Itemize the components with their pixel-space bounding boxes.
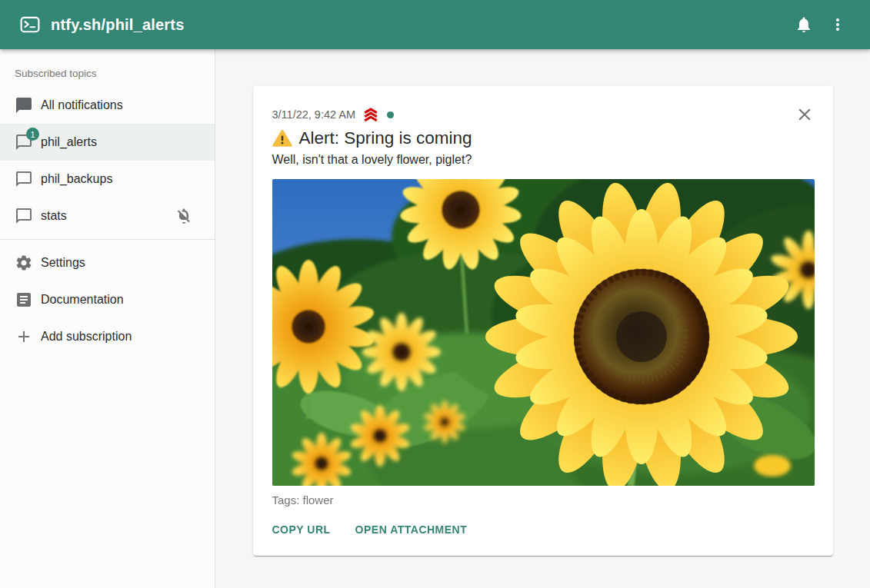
sidebar-divider (0, 239, 215, 240)
sidebar: Subscribed topics All notifications 1 ph… (0, 49, 215, 588)
chat-bubble-outline-icon: 1 (15, 133, 33, 151)
notifications-bell-button[interactable] (787, 8, 821, 42)
sidebar-item-label: Add subscription (41, 330, 202, 344)
bell-off-icon (175, 207, 193, 225)
app-bar: ntfy.sh/phil_alerts (0, 0, 870, 49)
notification-actions: COPY URL OPEN ATTACHMENT (266, 517, 814, 542)
sidebar-item-label: phil_alerts (41, 135, 202, 149)
notification-body: Well, isn't that a lovely flower, piglet… (272, 153, 814, 167)
ntfy-app-window: ntfy.sh/phil_alerts Subscribed topics Al… (0, 0, 870, 588)
sidebar-item-all-notifications[interactable]: All notifications (0, 87, 215, 124)
sidebar-item-add-subscription[interactable]: Add subscription (0, 318, 215, 355)
open-attachment-button[interactable]: OPEN ATTACHMENT (349, 517, 474, 542)
notification-title: Alert: Spring is coming (299, 128, 472, 148)
plus-icon (15, 327, 33, 346)
chat-bubble-filled-icon (15, 96, 33, 115)
ntfy-logo-terminal-icon (20, 15, 40, 35)
close-icon[interactable] (795, 105, 815, 125)
priority-max-icon (362, 106, 379, 123)
notification-meta: 3/11/22, 9:42 AM (272, 106, 814, 123)
article-icon (15, 291, 33, 309)
copy-url-button[interactable]: COPY URL (266, 517, 337, 542)
sidebar-item-documentation[interactable]: Documentation (0, 281, 215, 318)
tags-label: Tags: flower (272, 493, 814, 507)
sidebar-item-label: Documentation (41, 293, 202, 307)
sidebar-item-label: All notifications (41, 98, 202, 112)
sidebar-item-settings[interactable]: Settings (0, 244, 215, 281)
main-area: 3/11/22, 9:42 AM Alert: Spring is coming… (215, 49, 870, 588)
subscribed-topics-label: Subscribed topics (0, 52, 215, 87)
sidebar-item-phil-alerts[interactable]: 1 phil_alerts (0, 124, 215, 161)
chat-bubble-outline-icon (15, 170, 33, 188)
page-title: ntfy.sh/phil_alerts (51, 16, 184, 34)
sidebar-item-stats[interactable]: stats (0, 198, 215, 234)
sidebar-item-phil-backups[interactable]: phil_backups (0, 161, 215, 198)
chat-bubble-outline-icon (15, 207, 33, 225)
warning-triangle-icon (272, 129, 292, 148)
unread-dot-icon (387, 111, 394, 118)
unread-count-badge: 1 (26, 128, 39, 141)
attachment-image[interactable] (272, 179, 815, 486)
sidebar-item-label: Settings (41, 256, 202, 270)
sidebar-item-label: phil_backups (41, 172, 202, 186)
notification-card: 3/11/22, 9:42 AM Alert: Spring is coming… (253, 86, 833, 556)
timestamp: 3/11/22, 9:42 AM (272, 108, 356, 121)
notification-title-row: Alert: Spring is coming (272, 128, 814, 148)
overflow-menu-button[interactable] (821, 8, 855, 42)
sidebar-item-label: stats (41, 209, 175, 223)
gear-icon (15, 254, 33, 272)
